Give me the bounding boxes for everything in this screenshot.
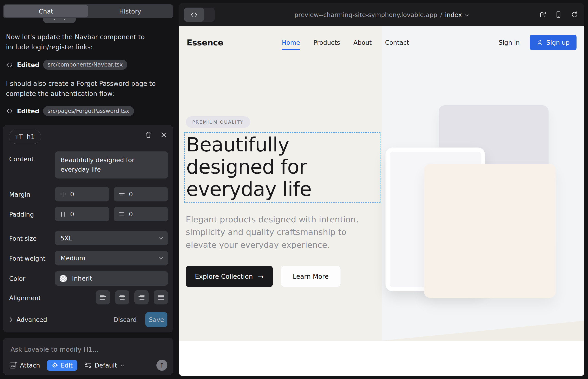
close-icon[interactable]: [160, 132, 167, 138]
chevron-down-icon: [465, 14, 469, 17]
transparent-swatch-icon: [60, 275, 67, 282]
font-size-select[interactable]: 5XL: [55, 231, 168, 245]
content-input[interactable]: Beautifully designed for everyday life: [55, 151, 168, 178]
sign-in-link[interactable]: Sign in: [498, 39, 520, 46]
edited-label: Edited: [17, 61, 39, 68]
explore-collection-button[interactable]: Explore Collection →: [186, 266, 273, 287]
assistant-message: Now let's update the Navbar component to…: [6, 32, 167, 52]
margin-x-input[interactable]: 0: [55, 187, 109, 201]
tab-chat[interactable]: Chat: [4, 5, 88, 17]
user-icon: [537, 39, 543, 46]
arrow-right-icon: →: [258, 272, 263, 281]
url-page: index: [445, 11, 462, 18]
margin-horizontal-icon: [60, 191, 66, 198]
align-left-icon: [100, 295, 106, 300]
align-center-icon: [119, 295, 125, 300]
tab-history[interactable]: History: [88, 5, 172, 17]
hero-decor-card-beige: [424, 164, 556, 298]
chevron-down-icon: [120, 363, 125, 367]
refresh-icon[interactable]: [571, 11, 577, 18]
app: Chat History Now let's update the Navbar…: [0, 0, 588, 379]
url-host: preview--charming-site-symphony.lovable.…: [294, 11, 438, 18]
alignment-label: Alignment: [9, 294, 41, 301]
selected-tag-label: h1: [27, 133, 35, 141]
padding-label: Padding: [9, 211, 34, 218]
advanced-toggle[interactable]: Advanced: [9, 316, 47, 323]
model-default-selector[interactable]: Default: [84, 362, 125, 369]
chevron-down-icon: [158, 256, 163, 260]
code-icon: [6, 62, 13, 67]
margin-vertical-icon: [118, 191, 125, 198]
align-center-button[interactable]: [115, 290, 129, 304]
save-button[interactable]: Save: [145, 312, 167, 327]
selected-element-chip: тT h1: [9, 130, 41, 144]
align-right-button[interactable]: [134, 290, 149, 304]
attach-image-icon: [9, 361, 17, 369]
margin-label: Margin: [9, 191, 30, 198]
url-separator: /: [440, 11, 442, 18]
site-viewport: Essence Home Products About Contact Sign…: [179, 26, 584, 376]
edited-label: Edited: [17, 108, 39, 115]
hero-badge: PREMIUM QUALITY: [186, 116, 250, 128]
nav-link-about[interactable]: About: [353, 39, 372, 46]
nav-link-home[interactable]: Home: [282, 39, 300, 50]
chevron-down-icon: [158, 236, 163, 240]
nav-link-contact[interactable]: Contact: [385, 39, 409, 46]
selected-element-outline[interactable]: Beautifully designed for everyday life: [184, 132, 380, 203]
align-justify-icon: [157, 295, 164, 300]
edited-file-row[interactable]: Edited src/components/Navbar.tsx: [6, 60, 127, 70]
content-label: Content: [9, 156, 34, 163]
element-editor-panel: тT h1 Content Beautifully designed for e…: [3, 125, 173, 332]
font-weight-select[interactable]: Medium: [55, 251, 168, 266]
chat-composer[interactable]: Ask Lovable to modify H1... Attach Edit …: [3, 338, 173, 375]
preview-window: preview--charming-site-symphony.lovable.…: [179, 3, 584, 376]
sliders-icon: [84, 362, 92, 368]
site-nav-links: Home Products About Contact: [282, 39, 409, 46]
align-left-button[interactable]: [96, 290, 110, 304]
hero-heading[interactable]: Beautifully designed for everyday life: [186, 134, 380, 201]
site-navbar: Essence Home Products About Contact Sign…: [179, 26, 584, 59]
hero-section: PREMIUM QUALITY Beautifully designed for…: [179, 59, 584, 341]
align-justify-button[interactable]: [154, 290, 168, 304]
learn-more-button[interactable]: Learn More: [281, 266, 341, 287]
typography-icon: тT: [15, 133, 23, 141]
scrolled-pill-fragment: [43, 18, 76, 23]
sidebar-tabbar: Chat History: [3, 4, 173, 18]
color-label: Color: [9, 275, 25, 282]
padding-y-input[interactable]: 0: [114, 207, 168, 221]
attach-button[interactable]: Attach: [9, 361, 40, 369]
assistant-message: I should also create a Forgot Password p…: [6, 79, 167, 99]
composer-input[interactable]: Ask Lovable to modify H1...: [11, 346, 99, 353]
padding-x-input[interactable]: 0: [55, 207, 109, 221]
sign-up-button[interactable]: Sign up: [530, 35, 576, 50]
trash-icon[interactable]: [145, 131, 152, 139]
discard-button[interactable]: Discard: [113, 316, 137, 323]
nav-link-products[interactable]: Products: [313, 39, 340, 46]
chevron-right-icon: [9, 317, 13, 322]
code-icon: [6, 108, 13, 114]
edited-file-pill[interactable]: src/pages/ForgotPassword.tsx: [43, 106, 134, 116]
align-right-icon: [138, 295, 145, 300]
edited-file-row[interactable]: Edited src/pages/ForgotPassword.tsx: [6, 106, 134, 116]
alignment-buttons: [55, 290, 168, 304]
hero-paragraph: Elegant products designed with intention…: [186, 213, 369, 251]
font-size-label: Font size: [9, 235, 37, 242]
edited-file-pill[interactable]: src/components/Navbar.tsx: [43, 60, 127, 70]
padding-vertical-icon: [118, 211, 125, 218]
send-button[interactable]: ↑: [156, 360, 167, 371]
padding-horizontal-icon: [60, 211, 66, 218]
preview-browser-bar: preview--charming-site-symphony.lovable.…: [179, 3, 584, 26]
preview-url[interactable]: preview--charming-site-symphony.lovable.…: [179, 3, 584, 26]
edit-mode-button[interactable]: Edit: [47, 360, 77, 371]
margin-y-input[interactable]: 0: [114, 187, 168, 201]
site-logo[interactable]: Essence: [187, 38, 223, 47]
font-weight-label: Font weight: [9, 255, 46, 262]
open-in-new-tab-icon[interactable]: [539, 11, 546, 18]
target-icon: [52, 362, 58, 368]
chat-sidebar: Chat History Now let's update the Navbar…: [0, 0, 179, 379]
mobile-view-icon[interactable]: [555, 11, 562, 18]
color-select[interactable]: Inherit: [55, 271, 168, 286]
